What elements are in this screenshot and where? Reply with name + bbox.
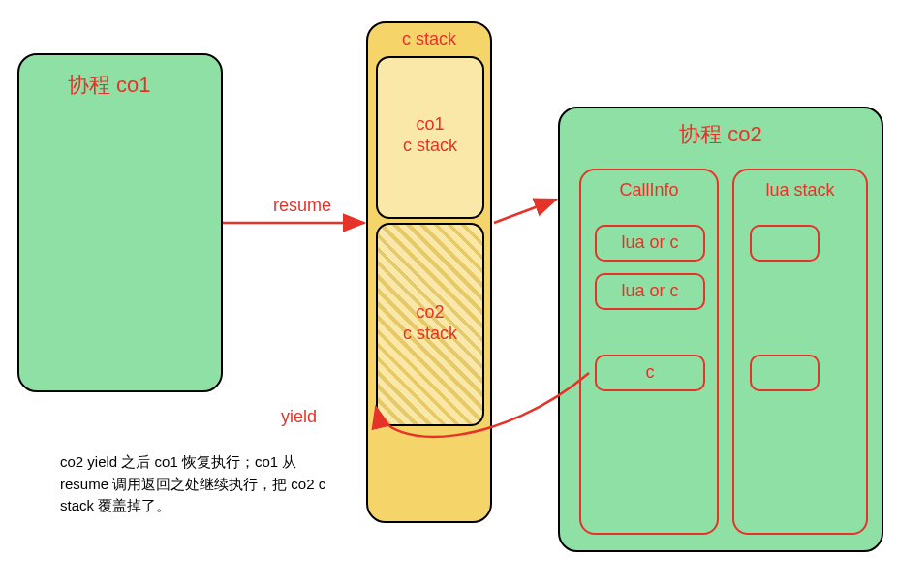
yield-label: yield bbox=[281, 407, 317, 428]
callinfo-column: CallInfo lua or c lua or c c bbox=[579, 169, 719, 535]
co2-box: 协程 co2 CallInfo lua or c lua or c c lua … bbox=[558, 107, 883, 552]
co1-cstack-block: co1 c stack bbox=[376, 56, 484, 219]
callinfo-item-0-label: lua or c bbox=[597, 232, 703, 254]
co1-box: 协程 co1 bbox=[17, 53, 223, 392]
resume-label: resume bbox=[273, 196, 331, 217]
co2-title: 协程 co2 bbox=[560, 122, 882, 147]
luastack-item-1 bbox=[750, 355, 820, 391]
cstack-container: c stack co1 c stack co2 c stack bbox=[366, 21, 492, 523]
callinfo-item-2-label: c bbox=[597, 362, 703, 384]
callinfo-item-2: c bbox=[595, 355, 705, 391]
luastack-item-0 bbox=[750, 225, 820, 262]
cstack-title: c stack bbox=[368, 29, 490, 50]
luastack-label: lua stack bbox=[734, 180, 866, 201]
description-text: co2 yield 之后 co1 恢复执行；co1 从 resume 调用返回之… bbox=[60, 451, 331, 517]
co1-cstack-label: co1 c stack bbox=[378, 114, 482, 156]
co2-cstack-block: co2 c stack bbox=[376, 223, 484, 426]
callinfo-label: CallInfo bbox=[581, 180, 717, 201]
callinfo-item-0: lua or c bbox=[595, 225, 705, 262]
luastack-column: lua stack bbox=[732, 169, 868, 535]
co2-cstack-label: co2 c stack bbox=[378, 302, 482, 344]
callinfo-item-1-label: lua or c bbox=[597, 281, 703, 302]
callinfo-item-1: lua or c bbox=[595, 273, 705, 310]
co1-title: 协程 co1 bbox=[68, 73, 151, 98]
